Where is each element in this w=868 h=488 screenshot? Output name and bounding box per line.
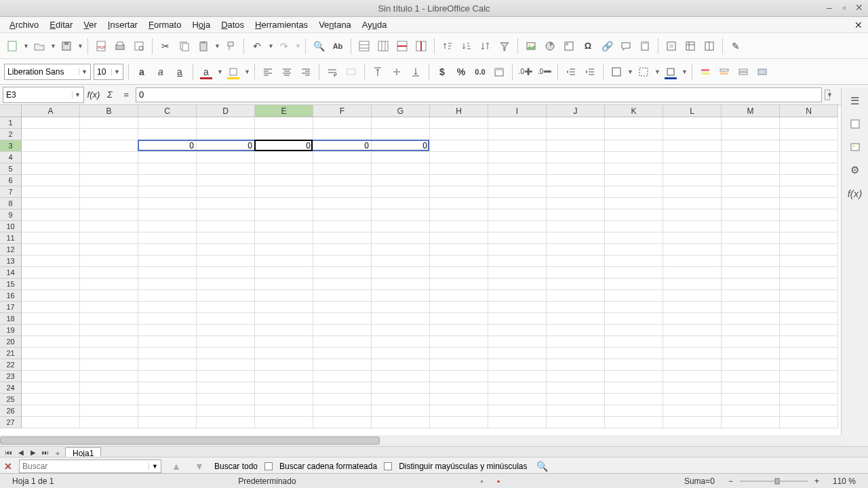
paste-icon[interactable]	[195, 38, 212, 54]
cell[interactable]	[722, 256, 780, 267]
cell[interactable]	[722, 290, 780, 302]
cell[interactable]	[313, 232, 372, 244]
cell[interactable]	[722, 244, 780, 256]
cell[interactable]	[547, 163, 605, 175]
cell[interactable]	[780, 417, 838, 428]
cell[interactable]	[547, 209, 605, 221]
new-icon[interactable]	[4, 38, 20, 54]
cell[interactable]	[80, 359, 138, 371]
cell[interactable]	[663, 140, 722, 152]
cell[interactable]	[430, 221, 488, 232]
cell[interactable]	[547, 382, 605, 394]
cell[interactable]	[488, 244, 547, 256]
cell[interactable]	[780, 382, 838, 394]
cell[interactable]	[488, 129, 547, 140]
cell[interactable]	[197, 279, 255, 290]
cell[interactable]	[255, 267, 313, 279]
cell[interactable]	[430, 232, 488, 244]
cell[interactable]	[255, 221, 313, 232]
cell[interactable]	[22, 140, 80, 152]
cell[interactable]	[488, 209, 547, 221]
cell[interactable]	[663, 382, 722, 394]
cell[interactable]	[372, 129, 430, 140]
cell[interactable]	[255, 209, 313, 221]
spellcheck-icon[interactable]: Ab	[330, 38, 346, 54]
cell[interactable]	[722, 163, 780, 175]
select-all-corner[interactable]	[0, 105, 22, 117]
cell[interactable]	[138, 279, 197, 290]
row-header[interactable]: 13	[0, 256, 22, 267]
sort-icon[interactable]	[477, 38, 494, 54]
cell[interactable]	[780, 313, 838, 325]
cell[interactable]	[372, 175, 430, 186]
header-footer-icon[interactable]	[637, 38, 653, 54]
cell[interactable]	[197, 152, 255, 163]
cell[interactable]	[255, 279, 313, 290]
cell[interactable]	[313, 405, 372, 417]
comment-icon[interactable]	[618, 38, 634, 54]
bold-icon[interactable]: a	[134, 64, 150, 80]
cell[interactable]	[197, 209, 255, 221]
cell[interactable]	[488, 186, 547, 198]
cell[interactable]	[488, 279, 547, 290]
cell[interactable]	[197, 394, 255, 405]
cell[interactable]	[430, 267, 488, 279]
row-header[interactable]: 16	[0, 290, 22, 302]
cell[interactable]	[722, 186, 780, 198]
cell[interactable]	[663, 405, 722, 417]
cell[interactable]	[663, 129, 722, 140]
cell[interactable]	[372, 117, 430, 129]
column-header[interactable]: J	[547, 105, 605, 117]
cell[interactable]	[605, 198, 663, 209]
cell[interactable]	[488, 256, 547, 267]
cell[interactable]	[197, 336, 255, 348]
cell[interactable]	[255, 198, 313, 209]
cell[interactable]	[780, 244, 838, 256]
number-icon[interactable]: 0.0	[472, 64, 488, 80]
cell[interactable]	[430, 382, 488, 394]
cell[interactable]	[138, 348, 197, 359]
cell[interactable]	[80, 325, 138, 336]
cell[interactable]	[780, 256, 838, 267]
cell[interactable]	[372, 325, 430, 336]
cell[interactable]	[313, 163, 372, 175]
cell[interactable]	[430, 405, 488, 417]
print-preview-icon[interactable]	[131, 38, 147, 54]
formula-expand-icon[interactable]: ▼	[825, 89, 830, 100]
cell[interactable]	[488, 313, 547, 325]
cell[interactable]	[197, 175, 255, 186]
align-middle-icon[interactable]	[389, 64, 405, 80]
cell[interactable]	[605, 371, 663, 382]
cell[interactable]	[722, 382, 780, 394]
cell[interactable]	[138, 117, 197, 129]
cell[interactable]	[255, 359, 313, 371]
cell[interactable]	[547, 140, 605, 152]
cell[interactable]	[197, 129, 255, 140]
column-header[interactable]: K	[605, 105, 663, 117]
cell[interactable]: 0	[255, 140, 313, 152]
row-header[interactable]: 10	[0, 221, 22, 232]
cell[interactable]	[138, 129, 197, 140]
cell[interactable]	[430, 348, 488, 359]
cell[interactable]	[138, 405, 197, 417]
font-name-input[interactable]	[7, 67, 77, 77]
cell[interactable]	[780, 359, 838, 371]
cell[interactable]	[22, 290, 80, 302]
cell[interactable]	[547, 348, 605, 359]
del-col-icon[interactable]	[413, 38, 429, 54]
cell[interactable]	[722, 175, 780, 186]
align-left-icon[interactable]	[260, 64, 276, 80]
export-pdf-icon[interactable]: PDF	[93, 38, 109, 54]
cell[interactable]	[255, 325, 313, 336]
cell[interactable]	[80, 175, 138, 186]
cell[interactable]	[313, 382, 372, 394]
print-icon[interactable]	[112, 38, 128, 54]
cell[interactable]	[255, 302, 313, 313]
cell[interactable]	[80, 256, 138, 267]
cell[interactable]	[372, 371, 430, 382]
cell[interactable]	[197, 221, 255, 232]
cell[interactable]	[313, 313, 372, 325]
currency-icon[interactable]: $	[434, 64, 450, 80]
cell[interactable]	[722, 279, 780, 290]
cell[interactable]	[22, 256, 80, 267]
